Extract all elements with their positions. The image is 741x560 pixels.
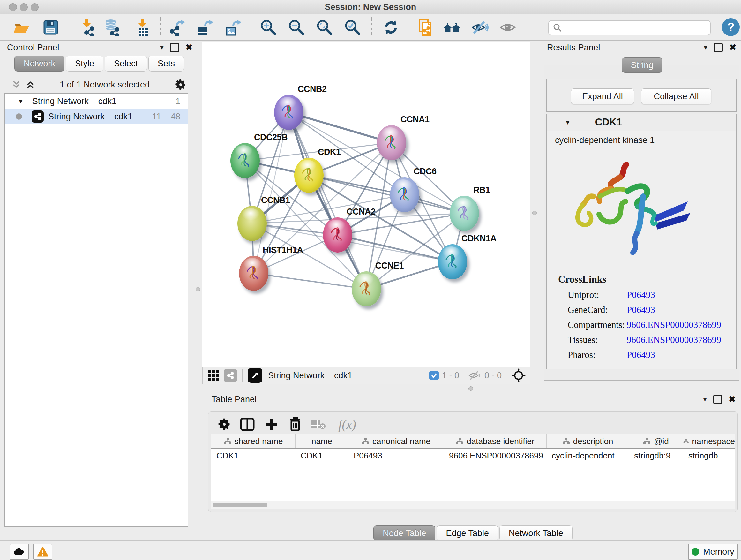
tab-node-table[interactable]: Node Table xyxy=(374,525,435,541)
tab-edge-table[interactable]: Edge Table xyxy=(436,525,498,541)
column-header-name[interactable]: name xyxy=(295,434,348,448)
crosslink-link[interactable]: P06493 xyxy=(627,305,655,315)
collapse-triangle-icon[interactable]: ▼ xyxy=(564,119,571,126)
add-column-icon[interactable] xyxy=(263,416,280,433)
table-horizontal-scrollbar[interactable] xyxy=(211,501,735,509)
column-header-id[interactable]: @id xyxy=(629,434,683,448)
column-header-databaseidentifier[interactable]: database identifier xyxy=(444,434,547,448)
node-RB1[interactable] xyxy=(450,196,479,231)
node-table[interactable]: shared namenamecanonical namedatabase id… xyxy=(211,434,735,501)
splitter-grip[interactable] xyxy=(196,287,200,292)
collapse-all-button[interactable]: Collapse All xyxy=(641,88,711,105)
search-field[interactable] xyxy=(565,22,710,34)
delete-table-icon[interactable] xyxy=(310,416,327,433)
float-panel-icon[interactable]: ▾ xyxy=(160,44,163,51)
node-CDKN1A[interactable] xyxy=(438,244,467,279)
crosslink-link[interactable]: 9606.ENSP00000378699 xyxy=(627,334,721,345)
zoom-in-icon[interactable] xyxy=(259,18,278,37)
edge-HIST1H1A-CCNE1[interactable] xyxy=(254,273,366,289)
table-cell[interactable]: 9606.ENSP00000378699 xyxy=(444,449,547,462)
column-header-namespace[interactable]: namespace xyxy=(683,434,735,448)
node-CCNE1[interactable] xyxy=(352,271,381,307)
tab-sets[interactable]: Sets xyxy=(148,56,184,71)
scrollbar-thumb[interactable] xyxy=(212,503,267,507)
refresh-view-icon[interactable] xyxy=(382,18,400,37)
tab-style[interactable]: Style xyxy=(66,56,104,71)
column-header-description[interactable]: description xyxy=(547,434,629,448)
tab-select[interactable]: Select xyxy=(105,56,147,71)
close-panel-icon[interactable]: ✖ xyxy=(729,43,737,52)
tab-network-table[interactable]: Network Table xyxy=(499,525,572,541)
search-input[interactable] xyxy=(548,20,711,36)
node-CDK1[interactable] xyxy=(294,158,324,193)
node-HIST1H1A[interactable] xyxy=(239,256,268,291)
detach-view-icon[interactable] xyxy=(248,368,262,383)
function-builder-icon[interactable]: f(x) xyxy=(333,416,361,433)
network-collection-row[interactable]: ▼ String Network – cdk1 1 xyxy=(5,94,188,109)
hide-eye-icon[interactable] xyxy=(470,18,489,37)
table-cell[interactable]: cyclin-dependent ... xyxy=(547,449,629,462)
help-button[interactable]: ? xyxy=(722,18,740,36)
zoom-out-icon[interactable] xyxy=(287,18,306,37)
open-session-icon[interactable] xyxy=(12,18,30,37)
crosslink-link[interactable]: 9606.ENSP00000378699 xyxy=(627,320,721,330)
collapse-triangle-icon[interactable]: ▼ xyxy=(17,98,24,105)
float-panel-icon[interactable]: ▾ xyxy=(704,44,707,51)
node-CCNA2[interactable] xyxy=(323,217,352,253)
delete-column-icon[interactable] xyxy=(287,416,304,433)
save-session-icon[interactable] xyxy=(42,18,60,37)
crosshair-icon[interactable] xyxy=(512,368,526,382)
node-CCNB1[interactable] xyxy=(238,206,267,241)
manage-networks-icon[interactable] xyxy=(416,18,434,37)
table-cell[interactable]: stringdb:9... xyxy=(629,449,683,462)
edge-CDK1-RB1[interactable] xyxy=(309,175,464,213)
splitter-grip[interactable] xyxy=(532,211,537,215)
gene-card-header[interactable]: ▼ CDK1 xyxy=(547,114,736,131)
maximize-panel-icon[interactable] xyxy=(170,43,179,52)
close-panel-icon[interactable]: ✖ xyxy=(185,43,193,52)
import-network-database-icon[interactable] xyxy=(103,18,121,37)
tab-string[interactable]: String xyxy=(622,57,663,73)
node-CDC6[interactable] xyxy=(390,177,419,212)
node-CCNA1[interactable] xyxy=(377,125,406,160)
float-panel-icon[interactable]: ▾ xyxy=(703,396,706,403)
export-table-icon[interactable] xyxy=(195,18,214,37)
zoom-selected-icon[interactable] xyxy=(343,18,362,37)
tab-network[interactable]: Network xyxy=(14,56,64,71)
crosslink-link[interactable]: P06493 xyxy=(627,350,655,360)
export-image-icon[interactable] xyxy=(223,18,242,37)
table-cell[interactable]: stringdb xyxy=(683,449,735,462)
warning-button[interactable] xyxy=(33,544,52,560)
node-CCNB2[interactable] xyxy=(274,95,304,130)
edge-CCNA2-CDKN1A[interactable] xyxy=(338,235,453,262)
export-network-icon[interactable] xyxy=(168,18,186,37)
crosslink-link[interactable]: P06493 xyxy=(627,290,655,300)
gear-icon[interactable] xyxy=(216,416,232,433)
columns-icon[interactable] xyxy=(239,416,256,433)
import-network-icon[interactable] xyxy=(78,18,96,37)
zoom-fit-icon[interactable] xyxy=(315,18,334,37)
table-cell[interactable]: CDK1 xyxy=(211,449,295,462)
close-panel-icon[interactable]: ✖ xyxy=(729,395,736,404)
import-table-icon[interactable] xyxy=(133,18,152,37)
grid-view-icon[interactable] xyxy=(208,370,219,381)
show-eye-icon[interactable] xyxy=(498,18,517,37)
string-view-icon[interactable] xyxy=(224,369,237,382)
collapse-all-icon[interactable] xyxy=(11,80,21,89)
table-cell[interactable]: P06493 xyxy=(348,449,444,462)
expand-all-icon[interactable] xyxy=(25,80,35,89)
maximize-panel-icon[interactable] xyxy=(713,395,722,404)
selected-checkbox-icon[interactable] xyxy=(429,371,439,380)
node-CDC25B[interactable] xyxy=(230,143,260,178)
network-row[interactable]: String Network – cdk1 11 48 xyxy=(5,109,188,124)
splitter-grip[interactable] xyxy=(468,386,473,391)
network-canvas[interactable]: CCNB2CCNA1CDC25BCDK1CDC6RB1CCNB1CCNA2CDK… xyxy=(202,42,530,367)
home-icon[interactable] xyxy=(443,18,461,37)
edge-CCNB2-CCNE1[interactable] xyxy=(289,112,366,289)
memory-button[interactable]: Memory xyxy=(688,544,738,560)
column-header-sharedname[interactable]: shared name xyxy=(211,434,295,448)
edge-CCNB2-CCNA1[interactable] xyxy=(289,112,392,143)
cloud-button[interactable] xyxy=(10,544,29,560)
maximize-panel-icon[interactable] xyxy=(714,43,723,52)
gear-icon[interactable] xyxy=(174,78,187,91)
